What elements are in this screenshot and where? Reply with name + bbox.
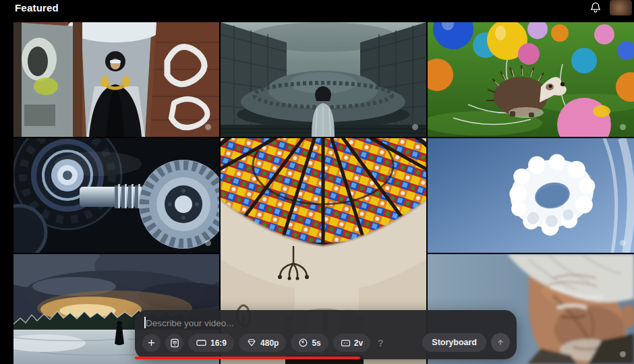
user-avatar[interactable] bbox=[610, 0, 632, 16]
storyboard-button[interactable]: Storyboard bbox=[422, 333, 486, 352]
preset-card-icon bbox=[170, 338, 179, 348]
aspect-ratio-label: 16:9 bbox=[210, 338, 227, 348]
submit-button[interactable] bbox=[491, 333, 510, 352]
duration-label: 5s bbox=[312, 338, 320, 348]
thumbnail-ring-cloud bbox=[428, 138, 634, 253]
thumbnail-hedgehog-balloons bbox=[428, 22, 634, 137]
preset-library-button[interactable] bbox=[165, 334, 183, 352]
tile-corner-icon bbox=[620, 124, 626, 130]
thumbnail-saucer-building bbox=[221, 22, 426, 137]
video-tile-hedgehog-balloons[interactable] bbox=[428, 22, 634, 137]
tile-corner-icon bbox=[412, 124, 418, 130]
help-button[interactable]: ? bbox=[375, 338, 386, 348]
aspect-ratio-icon bbox=[196, 338, 207, 347]
generation-progress bbox=[135, 357, 360, 359]
prompt-input[interactable] bbox=[135, 314, 517, 332]
thumbnail-graffiti-alley bbox=[13, 22, 219, 137]
video-tile-graffiti-alley[interactable] bbox=[13, 22, 219, 137]
plus-icon bbox=[146, 338, 156, 348]
aspect-ratio-button[interactable]: 16:9 bbox=[188, 334, 234, 352]
avatar-image bbox=[610, 0, 632, 16]
page-title: Featured bbox=[15, 2, 59, 13]
video-tile-ring-cloud[interactable] bbox=[428, 138, 634, 253]
app-window: Featured bbox=[0, 0, 634, 364]
variations-label: 2v bbox=[354, 338, 363, 348]
top-bar: Featured bbox=[0, 0, 634, 22]
variations-icon bbox=[341, 339, 351, 347]
variations-button[interactable]: 2v bbox=[333, 334, 370, 352]
gem-icon bbox=[246, 338, 257, 348]
thumbnail-engine-gears bbox=[13, 138, 219, 253]
tile-corner-icon bbox=[205, 240, 211, 246]
composer-right-controls: Storyboard bbox=[422, 333, 510, 352]
video-tile-engine-gears[interactable] bbox=[13, 138, 219, 253]
resolution-button[interactable]: 480p bbox=[239, 334, 286, 352]
prompt-row bbox=[135, 314, 517, 332]
clock-icon bbox=[298, 338, 308, 348]
composer-controls: 16:9 480p 5s 2v ? bbox=[142, 334, 386, 352]
duration-button[interactable]: 5s bbox=[291, 334, 328, 352]
tile-corner-icon bbox=[620, 351, 626, 357]
arrow-up-icon bbox=[495, 337, 506, 348]
video-tile-saucer-building[interactable] bbox=[221, 22, 426, 137]
tile-corner-icon bbox=[205, 124, 211, 130]
prompt-composer: 16:9 480p 5s 2v ? Story bbox=[135, 310, 517, 359]
resolution-label: 480p bbox=[260, 338, 279, 348]
add-attachment-button[interactable] bbox=[142, 334, 161, 352]
generation-progress-track bbox=[135, 357, 517, 359]
text-caret bbox=[144, 317, 146, 328]
tile-corner-icon bbox=[620, 240, 626, 246]
notifications-bell-icon[interactable] bbox=[589, 1, 602, 14]
